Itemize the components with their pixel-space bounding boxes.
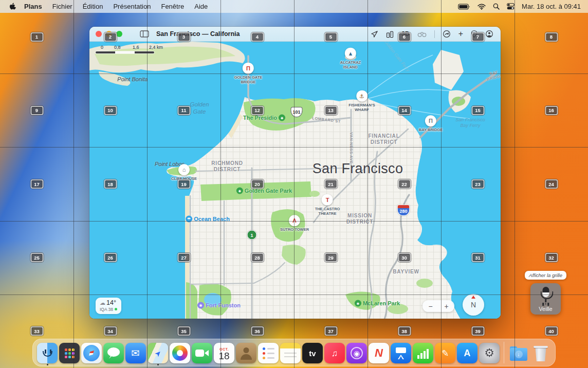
numbers-app-icon[interactable]: [413, 343, 433, 363]
control-center-icon[interactable]: [507, 3, 514, 10]
poi: ΠGOLDEN GATE BRIDGE: [234, 63, 262, 85]
tv-app-icon[interactable]: tv: [302, 343, 323, 363]
menu-item-édition[interactable]: Édition: [78, 3, 108, 10]
close-button[interactable]: [96, 31, 102, 37]
running-indicator-dot: [157, 364, 159, 365]
map-label[interactable]: ♠McLaren Park: [355, 300, 400, 307]
current-location-icon[interactable]: [371, 30, 378, 38]
map-label[interactable]: ★Fort Funston: [197, 302, 241, 309]
map-label[interactable]: ♠Golden Gate Park: [236, 188, 292, 194]
window-titlebar[interactable]: San Francisco — California 3D +: [89, 27, 501, 42]
dock-finder[interactable]: [37, 343, 58, 363]
compass[interactable]: N: [463, 294, 484, 316]
alcatraz-lighthouse-icon[interactable]: ▲: [345, 48, 356, 59]
dock-appstore[interactable]: A: [457, 343, 477, 363]
dock-music[interactable]: ♫: [324, 343, 345, 363]
menu-items: PlansFichierÉditionPrésentationFenêtreAi…: [19, 3, 213, 10]
dock-calendar[interactable]: OCT.18: [214, 343, 234, 363]
settings-app-icon[interactable]: ⚙: [479, 343, 500, 363]
dock-tv[interactable]: tv: [302, 343, 323, 363]
dock-downloads[interactable]: ↓: [508, 343, 529, 363]
messages-app-icon[interactable]: [103, 343, 124, 363]
dock-safari[interactable]: [81, 343, 102, 363]
downloads-app-icon[interactable]: ↓: [508, 343, 529, 363]
tree-icon: ♠: [279, 115, 285, 121]
safari-app-icon[interactable]: [81, 343, 102, 363]
dock-messages[interactable]: [103, 343, 124, 363]
contacts-app-icon[interactable]: [236, 343, 256, 363]
wifi-icon[interactable]: [477, 4, 486, 10]
map-label[interactable]: The Presidio♠: [243, 115, 285, 121]
dock-maps[interactable]: ➤: [148, 343, 168, 363]
calendar-app-icon[interactable]: OCT.18: [214, 343, 234, 363]
spotlight-search-icon[interactable]: [493, 3, 500, 10]
sutro-tower-icon[interactable]: Λ: [289, 215, 300, 226]
mail-app-icon[interactable]: ✉: [125, 343, 146, 363]
menu-item-fichier[interactable]: Fichier: [47, 3, 78, 10]
dock-news[interactable]: N: [369, 343, 389, 363]
look-around-binoculars-icon[interactable]: [417, 31, 427, 38]
dock-pages[interactable]: ✎: [435, 343, 455, 363]
map-label: LOMBARD ST: [312, 116, 341, 124]
fullscreen-button[interactable]: [116, 31, 122, 37]
battery-icon[interactable]: [458, 4, 470, 10]
menu-clock[interactable]: Mar. 18 oct. à 09:41: [522, 3, 581, 10]
share-icon[interactable]: [443, 30, 451, 38]
menu-item-plans[interactable]: Plans: [19, 3, 47, 10]
maps-app-icon[interactable]: ➤: [148, 343, 168, 363]
map-mode-icon[interactable]: [386, 30, 394, 38]
zoom-in-button[interactable]: +: [438, 302, 454, 310]
menu-item-aide[interactable]: Aide: [189, 3, 213, 10]
dock-launchpad[interactable]: [59, 343, 80, 363]
microphone-icon: [542, 287, 549, 297]
weather-widget[interactable]: ☁14° IQA 38: [96, 298, 121, 314]
music-app-icon[interactable]: ♫: [324, 343, 345, 363]
menu-item-fenêtre[interactable]: Fenêtre: [156, 3, 189, 10]
launchpad-app-icon[interactable]: [59, 343, 80, 363]
highway-shield-280: 280: [397, 205, 410, 216]
finder-app-icon[interactable]: [37, 343, 58, 363]
dock-reminders[interactable]: [258, 343, 279, 363]
notes-app-icon[interactable]: [280, 343, 301, 363]
sidebar-toggle-icon[interactable]: [140, 30, 149, 38]
pages-app-icon[interactable]: ✎: [435, 343, 455, 363]
dock-notes[interactable]: [280, 343, 301, 363]
add-icon[interactable]: +: [458, 30, 463, 38]
dock-settings[interactable]: ⚙: [479, 343, 500, 363]
minimize-button[interactable]: [106, 31, 112, 37]
account-icon[interactable]: [485, 30, 493, 38]
castro-theatre-icon[interactable]: T: [322, 194, 333, 206]
cliff-house-icon[interactable]: ⌂: [178, 164, 190, 175]
poi: ΠBAY BRIDGE: [419, 115, 443, 132]
map-canvas[interactable]: Point BonitaGolden GateThe Presidio♠Gold…: [89, 42, 501, 319]
zoom-out-button[interactable]: −: [422, 302, 438, 310]
marker-pin-icon[interactable]: [471, 30, 477, 38]
dock-mail[interactable]: ✉: [125, 343, 146, 363]
dock-numbers[interactable]: [413, 343, 433, 363]
dock-photos[interactable]: [170, 343, 190, 363]
dock-keynote[interactable]: [391, 343, 411, 363]
dock-podcasts[interactable]: ◉: [346, 343, 367, 363]
keynote-app-icon[interactable]: [391, 343, 411, 363]
poi: TTHE CASTRO THEATRE: [315, 194, 340, 216]
3d-button[interactable]: 3D: [401, 30, 409, 38]
map-label[interactable]: ☂Ocean Beach: [186, 216, 230, 223]
apple-menu-icon[interactable]: [9, 3, 16, 10]
dock-contacts[interactable]: [236, 343, 256, 363]
photos-app-icon[interactable]: [170, 343, 190, 363]
appstore-app-icon[interactable]: A: [457, 343, 477, 363]
menu-item-présentation[interactable]: Présentation: [108, 3, 156, 10]
reminders-app-icon[interactable]: [258, 343, 279, 363]
trash-app-icon[interactable]: [530, 343, 551, 363]
news-app-icon[interactable]: N: [369, 343, 389, 363]
dock-trash[interactable]: [530, 343, 551, 363]
star-icon: ★: [197, 302, 204, 309]
bay-bridge-icon[interactable]: Π: [425, 115, 436, 126]
dock-facetime[interactable]: [192, 343, 212, 363]
podcasts-app-icon[interactable]: ◉: [346, 343, 367, 363]
poi: ▲ALCATRAZ ISLAND: [340, 48, 361, 70]
fishermans-wharf-icon[interactable]: ⚓: [356, 90, 368, 102]
voice-control-button[interactable]: Veille: [530, 283, 561, 315]
golden-gate-bridge-icon[interactable]: Π: [243, 63, 254, 74]
facetime-app-icon[interactable]: [192, 343, 212, 363]
